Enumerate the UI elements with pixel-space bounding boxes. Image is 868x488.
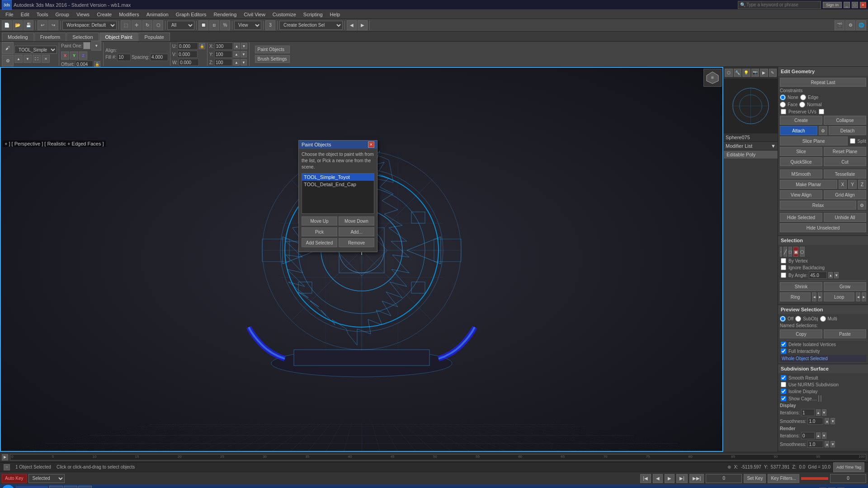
w-input[interactable] (179, 59, 199, 66)
render-setup[interactable]: ⚙ (845, 20, 855, 30)
split-check[interactable] (850, 138, 855, 144)
x-scale-up[interactable]: ▲ (234, 43, 240, 49)
create-btn[interactable]: Create (780, 116, 822, 125)
by-angle-check[interactable] (781, 272, 786, 278)
paint-icon-2[interactable]: ⚙ (2, 55, 14, 66)
xyz-x-btn[interactable]: X (839, 180, 847, 189)
x-scale-input[interactable] (215, 42, 233, 50)
iterations-input[interactable] (801, 409, 815, 416)
ring-spin-btn[interactable]: ◄ (812, 292, 816, 301)
preserve-uvs-check[interactable] (781, 109, 786, 114)
add-selected-btn[interactable]: Add Selected (302, 238, 337, 247)
filter-select[interactable]: All (167, 21, 194, 30)
search-bar[interactable]: 🔍 (738, 1, 821, 9)
subdivision-header[interactable]: Subdivision Surface (778, 364, 868, 373)
radio-edge[interactable] (800, 94, 806, 100)
loop-btn[interactable]: Loop (824, 292, 854, 301)
menu-edit[interactable]: Edit (17, 11, 33, 18)
orientation-cube[interactable]: ⊞ (703, 69, 722, 87)
sel-edge-btn[interactable]: ╱ (783, 247, 787, 257)
selected-select[interactable]: Selected (28, 474, 65, 483)
sel-border-btn[interactable]: □ (788, 247, 792, 257)
tool-select[interactable]: TOOL_Simple (14, 46, 57, 54)
time-tag-btn[interactable]: Add Time Tag (833, 462, 864, 472)
next-frame[interactable]: ▶ (358, 20, 368, 30)
render-iter-dn[interactable]: ▼ (822, 432, 826, 439)
panel-icon-1[interactable]: ⬡ (725, 69, 733, 77)
remove-btn[interactable]: Remove (339, 238, 374, 247)
menu-help[interactable]: Help (326, 11, 344, 18)
paste-btn[interactable]: Paste (824, 329, 866, 338)
y-scale-up[interactable]: ▲ (233, 51, 240, 57)
menu-animation[interactable]: Animation (143, 11, 172, 18)
radio-none[interactable] (780, 94, 786, 100)
ignore-backfacing-check[interactable] (781, 265, 786, 270)
tessellate-btn[interactable]: Tessellate (824, 169, 866, 178)
timeline-scrubber[interactable] (801, 477, 828, 480)
slice-btn[interactable]: Slice (780, 147, 822, 156)
unhide-all-btn[interactable]: Unhide All (824, 213, 866, 222)
workspace-select[interactable]: Workspace: Default (62, 21, 117, 30)
menu-customize[interactable]: Customize (269, 11, 300, 18)
menu-file[interactable]: File (2, 11, 17, 18)
xyz-y-btn[interactable]: Y (848, 180, 857, 189)
sel-element-btn[interactable]: ⬡ (800, 247, 805, 257)
offset-lock[interactable]: 🔒 (94, 61, 100, 67)
grow-btn[interactable]: Grow (824, 282, 866, 291)
create-sel-select[interactable]: Create Selection Sel (279, 21, 343, 30)
grid-align-btn[interactable]: Grid Align (824, 190, 866, 199)
percent-snap[interactable]: % (220, 20, 230, 30)
move-down-btn[interactable]: Move Down (339, 216, 374, 225)
smooth-result-check[interactable] (781, 375, 786, 380)
z-scale-up[interactable]: ▲ (233, 59, 240, 66)
fill-input[interactable] (117, 54, 131, 61)
view-align-btn[interactable]: View Align (780, 190, 822, 199)
z-scale-input[interactable] (214, 59, 232, 66)
tab-selection[interactable]: Selection (66, 33, 99, 41)
sel-poly-btn[interactable]: ▣ (793, 247, 798, 257)
key-filters-btn[interactable]: Key Filters... (768, 474, 799, 483)
set-key-btn[interactable]: Set Key (744, 474, 766, 483)
last-frame-btn[interactable]: ▶▶| (689, 474, 704, 483)
v-input[interactable] (177, 51, 198, 58)
maximize-btn[interactable]: □ (852, 2, 858, 8)
menu-group[interactable]: Group (52, 11, 73, 18)
play-btn[interactable]: ▶ (665, 474, 675, 483)
snap-toggle[interactable]: 🔲 (198, 20, 208, 30)
render-smooth-input[interactable] (807, 441, 823, 448)
shrink-btn[interactable]: Shrink (780, 282, 822, 291)
taskbar-chrome[interactable]: 🌐 (64, 486, 77, 488)
panel-icon-5[interactable]: ▶ (760, 69, 768, 77)
start-btn[interactable]: ⊞ (2, 485, 14, 488)
loop-spin-btn[interactable]: ◄ (856, 292, 860, 301)
tool-btn-c[interactable]: ⛶ (33, 55, 41, 63)
ring-spin-btn2[interactable]: ► (818, 292, 822, 301)
by-vertex-check[interactable] (781, 258, 786, 263)
minimize-btn[interactable]: _ (844, 2, 850, 8)
tab-object-paint[interactable]: Object Paint (99, 33, 138, 41)
select-btn[interactable]: ⬚ (121, 20, 131, 30)
smoothness-input[interactable] (807, 418, 823, 425)
save-btn[interactable]: 💾 (24, 20, 33, 30)
collapse-btn[interactable]: Collapse (824, 116, 866, 125)
hide-selected-btn[interactable]: Hide Selected (780, 213, 822, 222)
full-interactivity-check[interactable] (781, 348, 786, 354)
axis-z-btn[interactable]: Z (79, 52, 87, 60)
z-scale-dn[interactable]: ▼ (241, 59, 247, 66)
3d-snap[interactable]: 3 (265, 20, 275, 30)
delete-isolated-check[interactable] (781, 342, 786, 347)
cage-color-1[interactable] (818, 395, 819, 402)
list-item-1[interactable]: TOOL_Detail_End_Cap (302, 181, 374, 188)
u-input[interactable] (178, 42, 198, 50)
move-up-btn[interactable]: Move Up (302, 216, 337, 225)
sign-in-btn[interactable]: Sign In (823, 2, 842, 8)
list-item-0[interactable]: TOOL_Simple_Toyot (302, 174, 374, 181)
paint-one-btn[interactable]: ▼ (91, 41, 101, 51)
redo-btn[interactable]: ↪ (48, 20, 58, 30)
menu-civil-view[interactable]: Civil View (240, 11, 269, 18)
angle-spin-up[interactable]: ▲ (828, 272, 833, 278)
radio-face[interactable] (780, 102, 786, 108)
add-btn[interactable]: Add... (339, 227, 374, 236)
new-btn[interactable]: 📄 (2, 20, 12, 30)
close-btn[interactable]: ✕ (860, 2, 866, 8)
